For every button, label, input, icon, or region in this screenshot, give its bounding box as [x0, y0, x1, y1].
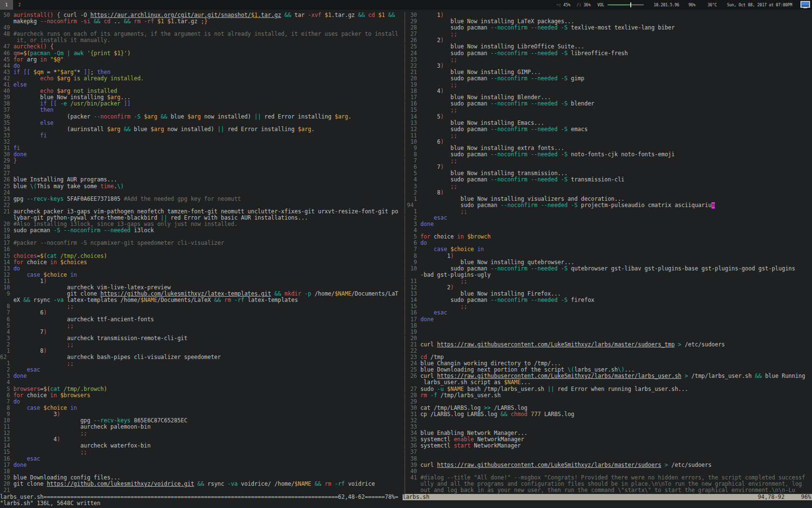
line-number: 25 [0, 183, 14, 190]
code-line: 50aurinstall() { curl -O https://aur.arc… [0, 12, 403, 18]
line-number: 19 [0, 475, 14, 481]
code-token: aurinstall() [14, 12, 54, 18]
code-token [321, 12, 325, 18]
code-token: 777 [531, 411, 541, 418]
code-token [311, 481, 315, 487]
code-token [14, 323, 67, 329]
line-number: 31 [407, 411, 420, 418]
code-line: 2 ;; [0, 342, 403, 348]
code-line: 8 ;; [0, 303, 403, 310]
code-token: $1 [114, 50, 121, 57]
code-token: $( [44, 386, 50, 392]
workspace-1[interactable]: 1 [0, 0, 13, 10]
code-token: mkdir [285, 291, 302, 297]
code-line: 13 4) [0, 436, 403, 443]
code-token [14, 449, 80, 455]
statusline-filename: larbs.sh [403, 494, 429, 500]
line-number: 1 [407, 209, 420, 215]
code-line: 7 ;; [407, 158, 812, 164]
code-line: 37 then [0, 107, 403, 113]
code-token: $choices [60, 259, 87, 266]
code-token: case [27, 272, 40, 278]
code-line: ully and all the programs and configurat… [407, 481, 812, 487]
code-token: ;; [80, 430, 87, 436]
code-token: #Also installing i3lock, since i3-gaps w… [14, 221, 238, 227]
code-token: . [311, 126, 315, 133]
code-token: esac [434, 310, 447, 316]
code-token: && [285, 12, 291, 18]
code-line: 16 [0, 246, 403, 253]
code-token [14, 456, 27, 462]
code-token: $1 [251, 12, 258, 18]
code-token: ) [44, 278, 47, 284]
code-token: 8 [420, 190, 441, 196]
code-line: 19sudo pacman -S --noconfirm --needed i3… [0, 227, 403, 234]
code-token [47, 44, 50, 50]
volume-slider[interactable] [608, 2, 644, 8]
code-token: . [348, 114, 351, 120]
code-line: 25blue Downloading next portion of the s… [407, 367, 812, 373]
code-token [14, 430, 80, 436]
code-token: ;; [450, 82, 457, 88]
line-number: 14 [407, 297, 420, 303]
code-line: 14for choice in $choices [0, 259, 403, 266]
line-number: 17 [407, 316, 420, 323]
display-icon [800, 1, 810, 9]
line-number: 19 [407, 82, 420, 88]
code-token: latex-templates [245, 297, 298, 303]
code-token: ) [440, 12, 444, 18]
code-line: 4 7) [0, 329, 403, 335]
code-token: 4 [14, 436, 57, 443]
line-number: 44 [0, 63, 14, 69]
code-token: blue Now installing Blender... [420, 94, 551, 101]
line-number: 34 [407, 430, 420, 436]
code-token: --noconfirm --needed -S [491, 266, 567, 272]
code-line: 39curl https://raw.githubusercontent.com… [407, 462, 812, 468]
code-token: projectm-pulseaudio cmatrix asciiquariu [578, 202, 711, 209]
code-line: 94 sudo pacman --noconfirm --needed -S p… [407, 202, 812, 209]
code-token: $arg [334, 114, 348, 120]
code-line: 27 ;; [407, 31, 812, 37]
code-token: for [14, 57, 24, 63]
code-line: 9 blue Now installing extra fonts... [407, 145, 812, 151]
editor-pane-right[interactable]: 30 1)29 blue Now installing LaTeX packag… [407, 12, 812, 494]
code-token: -f [430, 392, 437, 399]
code-token: blue Changin working directory to /tmp/.… [420, 360, 561, 367]
code-token: voidrice/ /home/ [238, 481, 295, 487]
code-token: esac [434, 215, 447, 221]
code-token: .tar.gz [332, 12, 358, 18]
code-token: qm [14, 50, 20, 57]
code-line: 12 2) [407, 284, 812, 291]
workspace-2[interactable]: 2 [13, 0, 26, 10]
code-token: 5FAF0A6EE7371805 [64, 196, 124, 202]
volume-knob[interactable] [630, 2, 631, 7]
code-token: ;; [461, 303, 467, 310]
code-token: cat [50, 386, 60, 392]
code-line: 14 aurcheck waterfox-bin [0, 443, 403, 449]
line-number: 25 [407, 44, 420, 50]
code-token: This may take some [37, 183, 101, 190]
line-number: 22 [407, 63, 420, 69]
line-number: 12 [407, 284, 420, 291]
code-token [40, 272, 44, 278]
code-token: blue Now installing LibreOffice Suite... [420, 44, 584, 50]
line-number: 14 [0, 259, 14, 266]
code-line: 15choices=$(cat /tmp/.choices) [0, 253, 403, 259]
code-token [375, 12, 378, 18]
code-token: sudo pacman [420, 126, 491, 133]
line-number: 6 [407, 164, 420, 170]
code-token: for [420, 234, 431, 240]
line-number: 40 [407, 468, 420, 475]
code-line: 12 case $choice in [0, 272, 403, 278]
code-line: 28 sudo pacman --noconfirm --needed -S t… [407, 25, 812, 31]
editor-pane-left[interactable]: 50aurinstall() { curl -O https://aur.arc… [0, 12, 403, 494]
code-token: aurcheck palemoon-bin [14, 424, 151, 430]
window-separator[interactable]: | | | | | | | | | | | | | | | | | | | | … [403, 12, 407, 494]
code-token: ) [440, 190, 444, 196]
code-token: --noconfirm --needed -S [491, 75, 567, 82]
code-token: texlive-most texlive-lang biber [567, 25, 675, 31]
code-line: 27sudo -u $NAME bash /tmp/larbs_user.sh … [407, 386, 812, 392]
line-number: 3 [407, 221, 420, 227]
code-token: 7 [14, 329, 44, 335]
line-number: 20 [407, 75, 420, 82]
